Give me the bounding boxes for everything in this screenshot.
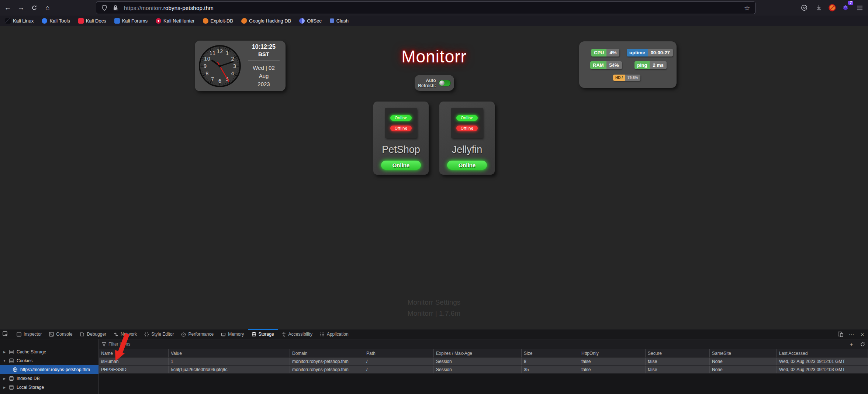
reload-button[interactable]: [29, 2, 40, 13]
service-cards: Online Offline PetShop Online Online Off…: [0, 102, 868, 175]
cookie-row-ishuman[interactable]: isHuman 1 monitorr.robyns-petshop.thm / …: [99, 357, 868, 366]
collapse-arrow-icon[interactable]: ▼: [3, 359, 6, 363]
toggle-knob: [439, 80, 445, 86]
kali-forums-favicon: [114, 18, 120, 24]
tab-style-editor[interactable]: Style Editor: [141, 329, 177, 339]
auto-refresh-widget: Auto Refresh:: [415, 75, 454, 91]
filter-items-input[interactable]: Filter Items: [102, 342, 843, 347]
tab-accessibility[interactable]: Accessibility: [278, 329, 316, 339]
hd-badge: HD / 79.6%: [613, 75, 640, 81]
col-header-secure[interactable]: Secure: [646, 349, 710, 357]
svg-text:4: 4: [231, 71, 234, 76]
sidebar-item-cache-storage[interactable]: ▶ Cache Storage: [0, 347, 98, 356]
expand-arrow-icon[interactable]: ▶: [3, 386, 6, 389]
filter-funnel-icon: [102, 342, 106, 346]
bookmark-offsec[interactable]: OffSec: [299, 18, 322, 24]
bookmark-kali-docs[interactable]: Kali Docs: [78, 18, 106, 24]
col-header-size[interactable]: Size: [522, 349, 579, 357]
page-title: Monitorr: [0, 47, 868, 66]
url-text: https://monitorr.robyns-petshop.thm: [124, 5, 214, 11]
bookmark-google-hacking-db[interactable]: Google Hacking DB: [241, 18, 291, 24]
inspector-icon: [17, 332, 21, 337]
cpu-badge: CPU 4%: [591, 49, 619, 56]
bookmark-kali-linux[interactable]: Kali Linux: [5, 18, 34, 24]
nav-toolbar: ← → ⌂ https://monitorr.robyns-petshop.th…: [0, 0, 868, 16]
console-icon: [49, 332, 54, 337]
tab-inspector[interactable]: Inspector: [13, 329, 45, 339]
cookie-table-panel: Filter Items + Name Value Domain Path Ex…: [99, 339, 868, 394]
responsive-design-mode-icon[interactable]: [835, 332, 846, 337]
uptime-badge: uptime 00:00:27: [627, 49, 673, 56]
col-header-path[interactable]: Path: [364, 349, 434, 357]
foxyproxy-disabled-icon[interactable]: [827, 2, 838, 13]
bookmark-kali-nethunter[interactable]: Kali NetHunter: [156, 18, 195, 24]
offline-mini-badge: Offline: [390, 126, 412, 131]
tab-storage[interactable]: Storage: [248, 329, 278, 339]
storage-type-icon: [9, 358, 14, 363]
tab-memory[interactable]: Memory: [217, 329, 248, 339]
kali-nethunter-favicon: [156, 18, 161, 24]
service-status-pill: Online: [447, 161, 487, 170]
bookmarks-bar: Kali Linux Kali Tools Kali Docs Kali For…: [0, 16, 868, 26]
cookie-row-phpsessid[interactable]: PHPSESSID 5c6tj1jua26c9e0bfo04upfq9c mon…: [99, 366, 868, 374]
col-header-last-accessed[interactable]: Last Accessed: [777, 349, 868, 357]
reload-icon: [31, 5, 37, 11]
col-header-name[interactable]: Name: [99, 349, 169, 357]
bookmark-exploit-db[interactable]: Exploit-DB: [203, 18, 233, 24]
sidebar-item-indexed-db[interactable]: ▶ Indexed DB: [0, 374, 98, 383]
bookmark-star-icon[interactable]: ☆: [742, 3, 752, 13]
cookie-table-header: Name Value Domain Path Expires / Max-Age…: [99, 349, 868, 357]
storage-icon: [252, 332, 256, 337]
devtools-toolbar: Inspector Console Debugger Network Style…: [0, 329, 868, 339]
col-header-httponly[interactable]: HttpOnly: [579, 349, 646, 357]
bookmark-kali-forums[interactable]: Kali Forums: [114, 18, 148, 24]
bookmark-kali-tools[interactable]: Kali Tools: [42, 18, 70, 24]
expand-arrow-icon[interactable]: ▶: [3, 350, 6, 354]
add-item-button[interactable]: +: [846, 341, 857, 347]
svg-text:7: 7: [211, 76, 214, 82]
tab-network[interactable]: Network: [110, 329, 141, 339]
downloads-icon[interactable]: [813, 2, 824, 13]
sidebar-item-cookies[interactable]: ▼ Cookies: [0, 356, 98, 365]
expand-arrow-icon[interactable]: ▶: [3, 377, 6, 380]
stats-widget: CPU 4% uptime 00:00:27 RAM 54% ping 2 ms…: [579, 41, 677, 88]
ram-badge: RAM 54%: [590, 61, 622, 69]
service-card-jellyfin[interactable]: Online Offline Jellyfin Online: [439, 102, 495, 175]
offsec-favicon: [299, 18, 305, 24]
pick-element-button[interactable]: [0, 329, 11, 339]
col-header-samesite[interactable]: SameSite: [710, 349, 777, 357]
network-icon: [114, 332, 118, 337]
lock-warning-icon[interactable]: [113, 5, 119, 11]
back-button[interactable]: ←: [2, 2, 13, 13]
service-card-petshop[interactable]: Online Offline PetShop Online: [373, 102, 429, 175]
wappalyzer-extension-icon[interactable]: 7: [840, 2, 851, 13]
sidebar-item-cookie-host[interactable]: https://monitorr.robyns-petshop.thm: [0, 365, 98, 374]
extension-badge: 7: [848, 1, 853, 5]
url-bar[interactable]: https://monitorr.robyns-petshop.thm ☆: [96, 1, 755, 14]
auto-refresh-label: Auto Refresh:: [418, 78, 436, 88]
tab-console[interactable]: Console: [45, 329, 76, 339]
shield-icon[interactable]: [101, 5, 107, 11]
home-button[interactable]: ⌂: [42, 2, 53, 13]
auto-refresh-toggle[interactable]: [439, 80, 451, 86]
sidebar-item-session-storage[interactable]: ▶ Session Storage: [0, 392, 98, 394]
col-header-value[interactable]: Value: [169, 349, 290, 357]
pocket-icon[interactable]: [799, 2, 810, 13]
monitorr-version-link[interactable]: Monitorr | 1.7.6m: [0, 309, 868, 318]
online-mini-badge: Online: [456, 115, 478, 121]
col-header-expires[interactable]: Expires / Max-Age: [434, 349, 522, 357]
clock-date-line2: Aug: [242, 72, 286, 80]
tab-performance[interactable]: Performance: [177, 329, 217, 339]
col-header-domain[interactable]: Domain: [290, 349, 364, 357]
forward-button[interactable]: →: [15, 2, 27, 13]
devtools-menu-icon[interactable]: ⋯: [846, 331, 857, 338]
bookmark-clash[interactable]: Clash: [330, 18, 349, 24]
tab-debugger[interactable]: Debugger: [76, 329, 110, 339]
devtools-close-icon[interactable]: ×: [857, 331, 868, 338]
sidebar-item-local-storage[interactable]: ▶ Local Storage: [0, 383, 98, 392]
menu-hamburger-icon[interactable]: [854, 2, 865, 13]
refresh-items-button[interactable]: [857, 342, 868, 347]
tab-application[interactable]: Application: [316, 329, 352, 339]
monitorr-settings-link[interactable]: Monitorr Settings: [0, 298, 868, 306]
devtools-body: ▶ Cache Storage ▼ Cookies https://monito…: [0, 339, 868, 394]
